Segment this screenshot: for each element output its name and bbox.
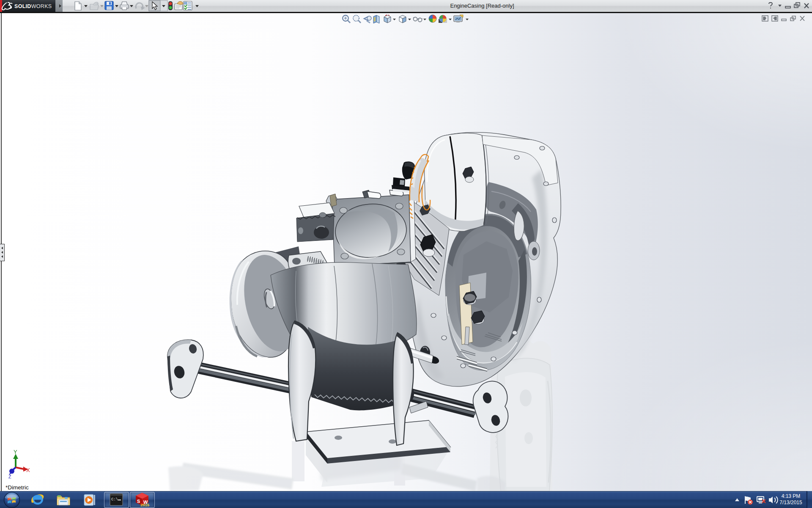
svg-text:Z: Z bbox=[8, 474, 11, 479]
svg-text:Y: Y bbox=[14, 449, 17, 455]
svg-text:2015: 2015 bbox=[140, 502, 150, 507]
svg-text:X: X bbox=[26, 467, 30, 473]
svg-text:SOLIDWORKS: SOLIDWORKS bbox=[14, 3, 52, 9]
svg-text:S: S bbox=[137, 499, 140, 504]
svg-text:C:\: C:\ bbox=[111, 497, 118, 502]
